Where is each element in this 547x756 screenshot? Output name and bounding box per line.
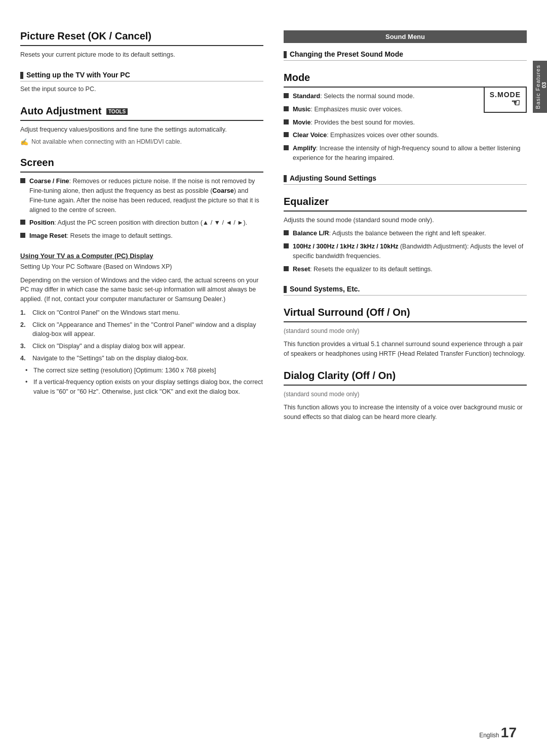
pc-display-intro: Setting Up Your PC Software (Based on Wi… (20, 262, 263, 272)
preset-sound-mode-subtitle: Changing the Preset Sound Mode (284, 50, 527, 61)
list-item: Standard: Selects the normal sound mode. (284, 92, 479, 101)
chapter-tab: 03 Basic Features (533, 61, 547, 113)
equalizer-title: Equalizer (284, 196, 527, 212)
bullet-square (284, 119, 289, 124)
tv-pc-setup-section: Setting up the TV with Your PC Set the i… (20, 71, 263, 94)
list-item: Clear Voice: Emphasizes voices over othe… (284, 131, 527, 140)
bullet-square (284, 266, 289, 271)
equalizer-section: Equalizer Adjusts the sound mode (standa… (284, 196, 527, 274)
list-item: The correct size setting (resolution) [O… (20, 366, 263, 375)
equalizer-body: Adjusts the sound mode (standard sound m… (284, 216, 527, 225)
sound-systems-section: Sound Systems, Etc. (284, 285, 527, 296)
equalizer-bullet-list: Balance L/R: Adjusts the balance between… (284, 229, 527, 274)
dialog-clarity-note: (standard sound mode only) (284, 390, 527, 399)
list-item: Balance L/R: Adjusts the balance between… (284, 229, 527, 238)
picture-reset-body: Resets your current picture mode to its … (20, 50, 263, 60)
list-item: Reset: Resets the equalizer to its defau… (284, 265, 527, 274)
list-item: 4. Navigate to the "Settings" tab on the… (20, 354, 263, 363)
sound-menu-header: Sound Menu (284, 30, 527, 43)
virtual-surround-body: This function provides a virtual 5.1 cha… (284, 340, 527, 359)
page-footer: English 17 (479, 725, 517, 741)
chapter-number: 03 (541, 82, 547, 88)
pc-display-subtitle: Using Your TV as a Computer (PC) Display (20, 252, 263, 260)
picture-reset-title: Picture Reset (OK / Cancel) (20, 30, 263, 46)
pc-display-numbered-list: 1. Click on "Control Panel" on the Windo… (20, 308, 263, 363)
bullet-square (284, 93, 289, 98)
bullet-square (284, 106, 289, 111)
mode-bullet-list: Standard: Selects the normal sound mode.… (284, 92, 479, 131)
bullet-square (20, 220, 25, 225)
dialog-clarity-title: Dialog Clarity (Off / On) (284, 370, 527, 386)
tv-pc-setup-body: Set the input source to PC. (20, 85, 263, 94)
list-item: Amplify: Increase the intensity of high-… (284, 144, 527, 163)
mode-section: Mode Standard: Selects the normal sound … (284, 72, 527, 163)
list-item: 100Hz / 300Hz / 1kHz / 3kHz / 10kHz (Ban… (284, 242, 527, 261)
preset-sound-mode-section: Changing the Preset Sound Mode (284, 50, 527, 61)
auto-adjustment-note: ✍ Not available when connecting with an … (20, 138, 263, 146)
tv-pc-setup-subtitle: Setting up the TV with Your PC (20, 71, 263, 81)
list-item: Image Reset: Resets the image to default… (20, 231, 263, 241)
auto-adjustment-body: Adjust frequency values/positions and fi… (20, 125, 263, 135)
bullet-square (284, 145, 289, 150)
list-item: Coarse / Fine: Removes or reduces pictur… (20, 177, 263, 215)
pc-display-body: Depending on the version of Windows and … (20, 276, 263, 304)
mode-row: Standard: Selects the normal sound mode.… (284, 92, 527, 131)
chapter-label: Basic Features (535, 65, 541, 109)
dialog-clarity-section: Dialog Clarity (Off / On) (standard soun… (284, 370, 527, 422)
bullet-square (20, 233, 25, 238)
bullet-square (20, 178, 25, 183)
mode-bullet-list-extra: Clear Voice: Emphasizes voices over othe… (284, 131, 527, 162)
language-label: English (479, 732, 499, 739)
note-icon: ✍ (20, 138, 28, 146)
right-column: Sound Menu Changing the Preset Sound Mod… (284, 30, 527, 726)
bullet-square (284, 243, 289, 248)
mode-title: Mode (284, 72, 527, 88)
list-item: Position: Adjust the PC screen position … (20, 218, 263, 228)
list-item: If a vertical-frequency option exists on… (20, 377, 263, 397)
adjusting-sound-section: Adjusting Sound Settings (284, 174, 527, 185)
bullet-square (284, 230, 289, 235)
screen-title: Screen (20, 157, 263, 173)
smode-box: S.MODE ☜ (484, 87, 527, 113)
list-item: 1. Click on "Control Panel" on the Windo… (20, 308, 263, 318)
sound-systems-subtitle: Sound Systems, Etc. (284, 285, 527, 296)
auto-adjustment-section: Auto Adjustment TOOLS Adjust frequency v… (20, 105, 263, 146)
pc-display-section: Using Your TV as a Computer (PC) Display… (20, 252, 263, 397)
list-item: Movie: Provides the best sound for movie… (284, 118, 479, 128)
virtual-surround-section: Virtual Surround (Off / On) (standard so… (284, 307, 527, 359)
list-item: 3. Click on "Display" and a display dial… (20, 342, 263, 351)
screen-bullet-list: Coarse / Fine: Removes or reduces pictur… (20, 177, 263, 241)
list-item: Music: Emphasizes music over voices. (284, 105, 479, 114)
adjusting-sound-subtitle: Adjusting Sound Settings (284, 174, 527, 185)
virtual-surround-note: (standard sound mode only) (284, 326, 527, 335)
left-column: Picture Reset (OK / Cancel) Resets your … (20, 30, 263, 726)
virtual-surround-title: Virtual Surround (Off / On) (284, 307, 527, 322)
auto-adjustment-title: Auto Adjustment TOOLS (20, 105, 263, 121)
tools-badge: TOOLS (106, 108, 128, 115)
page-number: 17 (501, 725, 517, 740)
pc-display-dot-list: The correct size setting (resolution) [O… (20, 366, 263, 397)
list-item: 2. Click on "Appearance and Themes" in t… (20, 320, 263, 340)
dialog-clarity-body: This function allows you to increase the… (284, 403, 527, 422)
picture-reset-section: Picture Reset (OK / Cancel) Resets your … (20, 30, 263, 60)
bullet-square (284, 132, 289, 137)
screen-section: Screen Coarse / Fine: Removes or reduces… (20, 157, 263, 241)
